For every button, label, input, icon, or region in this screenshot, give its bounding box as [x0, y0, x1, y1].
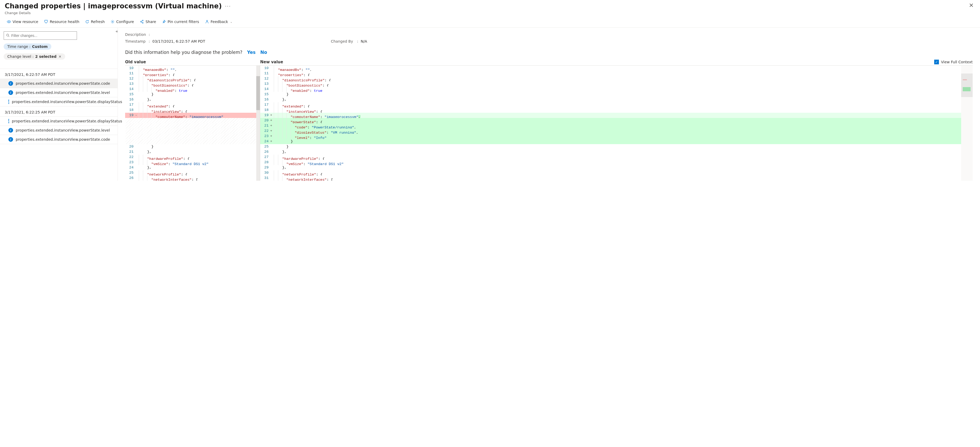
change-path: properties.extended.instanceView.powerSt… [16, 81, 110, 86]
old-value-pane[interactable]: 10"managedBy": "",11"properties": {12"di… [125, 66, 260, 181]
time-range-pill[interactable]: Time range : Custom [4, 43, 51, 50]
code-line: 25 } [260, 144, 973, 149]
change-list-item[interactable]: iproperties.extended.instanceView.powerS… [0, 79, 118, 88]
code-line: 23"vmSize": "Standard_DS1_v2" [125, 160, 260, 165]
view-full-context-label: View Full Context [941, 60, 973, 64]
info-icon: i [8, 90, 13, 95]
collapse-sidebar-icon[interactable]: « [115, 29, 116, 34]
gear-icon [110, 20, 115, 24]
code-line: 20 } [125, 144, 260, 149]
code-line: 22+"displayStatus": "VM running", [260, 128, 973, 134]
diagnose-yes-button[interactable]: Yes [247, 50, 256, 55]
code-line [125, 139, 260, 144]
pin-icon [162, 20, 166, 24]
search-icon [6, 33, 10, 38]
code-line: 10"managedBy": "", [125, 66, 260, 71]
code-line: 12"diagnosticsProfile": { [260, 76, 973, 81]
new-value-pane[interactable]: 10"managedBy": "",11"properties": {12"di… [260, 66, 973, 181]
code-line: 16 }, [260, 97, 973, 102]
svg-point-4 [142, 22, 143, 24]
time-range-pill-value: Custom [32, 44, 48, 49]
code-line: 13"bootDiagnostics": { [260, 81, 973, 87]
svg-point-5 [206, 21, 208, 22]
old-value-header: Old value [125, 60, 260, 64]
share-button[interactable]: Share [138, 19, 158, 25]
code-line: 13"bootDiagnostics": { [125, 81, 260, 87]
code-line: 25"networkProfile": { [125, 170, 260, 176]
change-level-pill-value: 2 selected [35, 54, 57, 59]
diagnose-no-button[interactable]: No [260, 50, 267, 55]
code-line: 17"extended": { [260, 102, 973, 108]
scrollbar-old[interactable] [256, 66, 260, 181]
info-icon: i [8, 128, 13, 133]
refresh-button[interactable]: Refresh [83, 19, 107, 25]
resource-health-button[interactable]: Resource health [42, 19, 81, 25]
overflow-menu-icon[interactable]: ··· [225, 3, 231, 9]
change-path: properties.extended.instanceView.powerSt… [12, 119, 122, 123]
code-line: 16 }, [125, 97, 260, 102]
code-line [125, 118, 260, 123]
change-group-header: 3/17/2021, 6:22:57 AM PDT [0, 68, 118, 79]
share-label: Share [146, 20, 156, 24]
code-line: 29 }, [260, 165, 973, 170]
changes-sidebar: « Time range : Custom Change level : 2 s… [0, 28, 118, 181]
feedback-button[interactable]: Feedback ⌄ [203, 19, 234, 25]
svg-point-6 [6, 34, 9, 36]
change-list-item[interactable]: iproperties.extended.instanceView.powerS… [0, 88, 118, 97]
view-resource-label: View resource [13, 20, 38, 24]
command-bar: View resource Resource health Refresh Co… [0, 16, 980, 28]
code-line: 26 }, [260, 149, 973, 155]
change-level-pill[interactable]: Change level : 2 selected ✕ [4, 53, 65, 60]
code-line: 27"hardwareProfile": { [260, 155, 973, 160]
info-icon: i [8, 119, 9, 124]
feedback-label: Feedback [211, 20, 228, 24]
code-line: 30"networkProfile": { [260, 170, 973, 176]
code-line: 31"networkInterfaces": [ [260, 176, 973, 181]
code-line: 22"hardwareProfile": { [125, 155, 260, 160]
change-path: properties.extended.instanceView.powerSt… [16, 90, 110, 95]
code-line: 10"managedBy": "", [260, 66, 973, 71]
code-line: 15 } [260, 92, 973, 97]
view-full-context-toggle[interactable]: ✓ View Full Context [934, 60, 973, 64]
filter-changes-input-wrapper[interactable] [4, 32, 77, 40]
changed-by-value: N/A [361, 39, 367, 43]
change-list-item[interactable]: iproperties.extended.instanceView.powerS… [0, 97, 118, 106]
eye-icon [7, 20, 11, 24]
clear-change-level-icon[interactable]: ✕ [59, 55, 62, 59]
refresh-label: Refresh [91, 20, 105, 24]
change-path: properties.extended.instanceView.powerSt… [16, 137, 110, 141]
page-title: Changed properties | imageprocessvm (Vir… [5, 2, 222, 10]
code-line: 12"diagnosticsProfile": { [125, 76, 260, 81]
change-list-item[interactable]: iproperties.extended.instanceView.powerS… [0, 116, 118, 125]
refresh-icon [85, 20, 89, 24]
diagnose-question: Did this information help you diagnose t… [125, 50, 242, 55]
filter-changes-input[interactable] [11, 33, 75, 38]
description-label: Description [125, 32, 149, 36]
close-icon[interactable]: ✕ [967, 2, 975, 9]
pin-button[interactable]: Pin current filters [160, 19, 201, 25]
minimap[interactable] [961, 66, 973, 181]
code-line: 18"instanceView": { [125, 108, 260, 113]
change-list-item[interactable]: iproperties.extended.instanceView.powerS… [0, 125, 118, 135]
code-line: 23+"level": "Info" [260, 134, 973, 139]
code-line: 19-"computerName": "imageprocessvm" [125, 113, 260, 118]
code-line: 21 }, [125, 149, 260, 155]
change-path: properties.extended.instanceView.powerSt… [16, 128, 110, 132]
code-line: 20+"powerState": { [260, 118, 973, 123]
code-line: 21+"code": "PowerState/running", [260, 123, 973, 128]
code-line: 11"properties": { [125, 71, 260, 76]
code-line [125, 128, 260, 134]
change-list-item[interactable]: iproperties.extended.instanceView.powerS… [0, 135, 118, 144]
code-line: 14"enabled": true [125, 87, 260, 92]
svg-point-1 [112, 21, 113, 22]
heart-icon [44, 20, 48, 24]
configure-button[interactable]: Configure [108, 19, 136, 25]
svg-point-0 [8, 21, 10, 22]
change-level-pill-label: Change level : [7, 54, 34, 59]
code-line: 17"extended": { [125, 102, 260, 108]
info-icon: i [8, 81, 13, 86]
code-line [125, 134, 260, 139]
timestamp-value: 03/17/2021, 6:22:57 AM PDT [152, 39, 205, 43]
info-icon: i [8, 99, 9, 104]
view-resource-button[interactable]: View resource [5, 19, 40, 25]
